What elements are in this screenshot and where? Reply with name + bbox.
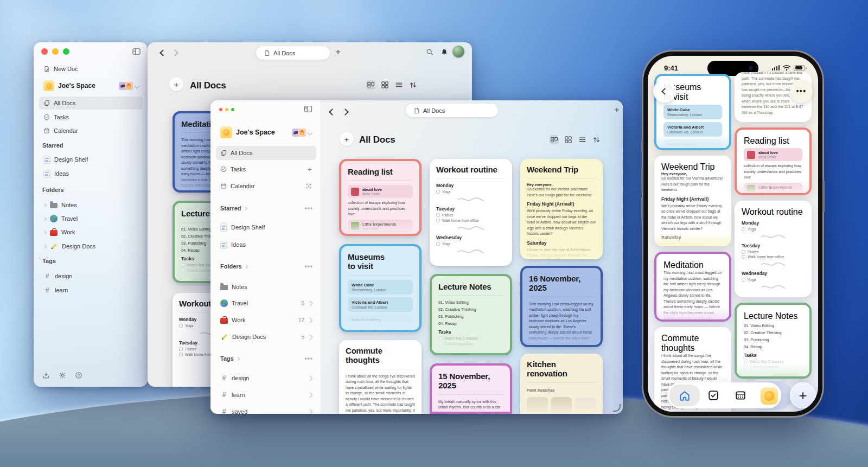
paint-swatch[interactable] — [551, 397, 572, 413]
museum-row-faded[interactable]: Natural History — [348, 315, 413, 325]
sidebar-item-tasks[interactable]: Tasks — [39, 111, 143, 124]
doc-card-15-november[interactable]: 15 November, 2025 My breath naturally sy… — [430, 363, 512, 414]
museum-row[interactable]: White Cube Bermondsey, London — [663, 105, 722, 119]
doc-tab[interactable]: All Docs — [256, 46, 330, 60]
doc-card-lecture-notes[interactable]: Lecture Notes 01. Video Editing 02. Crea… — [430, 274, 512, 355]
grid-view-icon[interactable] — [380, 80, 390, 89]
doc-card-meditation[interactable]: Meditation This morning I sat cross-legg… — [654, 252, 731, 322]
help-icon[interactable] — [75, 372, 82, 379]
back-button[interactable] — [653, 80, 676, 103]
sidebar-toggle-icon[interactable] — [303, 105, 313, 113]
sidebar-item-tasks[interactable]: Tasks + — [216, 162, 316, 176]
sort-icon[interactable] — [592, 135, 601, 144]
checkbox[interactable] — [436, 242, 440, 246]
checkbox[interactable] — [436, 190, 440, 194]
starred-item-ideas[interactable]: Ideas — [216, 237, 316, 252]
folder-item-design-docs[interactable]: Design Docs 5 — [216, 329, 316, 344]
gear-icon[interactable] — [59, 372, 66, 379]
more-button[interactable]: ••• — [790, 80, 813, 103]
minimize-button[interactable] — [225, 108, 228, 111]
scan-icon[interactable] — [305, 183, 312, 189]
zoom-button[interactable] — [63, 48, 69, 55]
doc-card-weekend-trip[interactable]: Weekend Trip Hey everyone, So excited fo… — [520, 159, 603, 259]
folder-item-work[interactable]: Work — [39, 226, 143, 239]
nav-back-icon[interactable] — [329, 108, 336, 116]
folder-item-notes[interactable]: Notes — [216, 279, 316, 295]
museum-row[interactable]: Victoria and Albert Cromwell Rd, London — [663, 122, 722, 137]
add-task-icon[interactable]: + — [308, 165, 312, 174]
add-doc-button[interactable]: + — [169, 77, 183, 91]
folder-item-travel[interactable]: Travel — [39, 212, 143, 225]
doc-card-lecture-notes[interactable]: Lecture Notes 01. Video Editing 02. Crea… — [735, 303, 812, 379]
tab-home[interactable] — [669, 385, 700, 406]
checkbox[interactable] — [179, 353, 183, 356]
board-view-icon[interactable] — [550, 135, 559, 144]
book-row[interactable]: about love Bella Smith — [744, 148, 802, 161]
new-tab-button[interactable]: + — [614, 105, 620, 116]
space-switcher[interactable]: Joe's Space — [216, 124, 316, 140]
tag-item-design[interactable]: # design — [39, 270, 143, 283]
checkbox[interactable] — [744, 365, 748, 369]
sort-icon[interactable] — [409, 80, 418, 89]
paint-swatch[interactable] — [527, 397, 548, 413]
starred-item-ideas[interactable]: Ideas — [39, 167, 143, 180]
sidebar-toggle-icon[interactable] — [132, 48, 141, 55]
tag-item-saved[interactable]: # saved — [216, 404, 316, 414]
disclosure-chevron-icon[interactable] — [43, 244, 47, 248]
folders-section-header[interactable]: Folders ••• — [220, 263, 313, 270]
close-button[interactable] — [219, 108, 222, 111]
starred-item-design-shelf[interactable]: Design Shelf — [216, 220, 316, 235]
checkbox[interactable] — [179, 324, 183, 328]
space-switcher[interactable]: Joe's Space — [39, 78, 143, 93]
book-row[interactable]: about love Bella Smith — [348, 185, 413, 198]
starred-section-header[interactable]: Starred ••• — [220, 204, 313, 212]
nav-forward-icon[interactable] — [342, 108, 349, 116]
search-icon[interactable] — [425, 48, 434, 56]
zoom-button[interactable] — [231, 108, 234, 111]
board-view-icon[interactable] — [366, 80, 375, 89]
tag-item-learn[interactable]: # learn — [216, 387, 316, 402]
book-row[interactable]: Little Experiments Lea Cullin — [744, 183, 802, 196]
doc-card-reading-list[interactable]: Reading list about love Bella Smith coll… — [339, 159, 422, 236]
checkbox[interactable] — [179, 347, 183, 351]
tags-section-header[interactable]: Tags ••• — [220, 355, 313, 362]
museum-row[interactable]: White Cube Bermondsey, London — [348, 280, 413, 295]
starred-item-design-shelf[interactable]: Design Shelf — [39, 153, 143, 166]
more-options-icon[interactable]: ••• — [304, 204, 313, 212]
museum-row-faded[interactable]: Natural History — [663, 139, 722, 150]
doc-card-museums[interactable]: Museums to visit White Cube Bermondsey, … — [339, 244, 422, 332]
import-tray-icon[interactable] — [42, 372, 50, 379]
folder-item-design-docs[interactable]: Design Docs — [39, 240, 143, 253]
doc-card-commute[interactable]: Commute thoughts I think about all the s… — [339, 340, 422, 414]
tab-calendar[interactable] — [727, 385, 754, 406]
new-doc-button[interactable]: New Doc — [39, 62, 143, 75]
new-doc-fab[interactable]: + — [790, 382, 816, 408]
user-avatar[interactable] — [452, 46, 464, 57]
nav-forward-icon[interactable] — [171, 49, 178, 56]
doc-card-workout[interactable]: Workout routine Monday Yoga Tuesday Pila… — [735, 201, 812, 297]
checkbox[interactable] — [742, 255, 745, 259]
book-row[interactable]: Little Experiments Lea Cullin — [348, 220, 413, 233]
folder-item-travel[interactable]: Travel 5 — [216, 296, 316, 311]
doc-tab[interactable]: All Docs — [406, 104, 498, 117]
doc-card-reading-list[interactable]: Reading list about love Bella Smith coll… — [735, 127, 812, 195]
nav-back-icon[interactable] — [159, 49, 167, 56]
checkbox[interactable] — [742, 278, 745, 282]
paint-swatch[interactable] — [575, 397, 596, 413]
checkbox[interactable] — [744, 360, 748, 363]
tag-item-design[interactable]: # design — [216, 370, 316, 386]
sidebar-item-all-docs[interactable]: All Docs — [39, 97, 143, 110]
checkbox[interactable] — [742, 227, 745, 231]
sidebar-item-calendar[interactable]: Calendar — [39, 124, 143, 137]
more-options-icon[interactable]: ••• — [304, 355, 313, 362]
disclosure-chevron-icon[interactable] — [43, 203, 47, 207]
checkbox[interactable] — [181, 263, 185, 267]
doc-card-16-november[interactable]: 16 November, 2025 This morning I sat cro… — [520, 266, 603, 347]
bell-icon[interactable] — [440, 48, 449, 56]
folder-item-notes[interactable]: Notes — [39, 199, 143, 212]
checkbox[interactable] — [436, 213, 440, 217]
sidebar-item-all-docs[interactable]: All Docs — [216, 146, 316, 160]
grid-view-icon[interactable] — [564, 135, 573, 144]
doc-card-weekend-trip[interactable]: Weekend Trip Hey everyone, So excited fo… — [654, 156, 731, 246]
checkbox[interactable] — [438, 342, 442, 346]
